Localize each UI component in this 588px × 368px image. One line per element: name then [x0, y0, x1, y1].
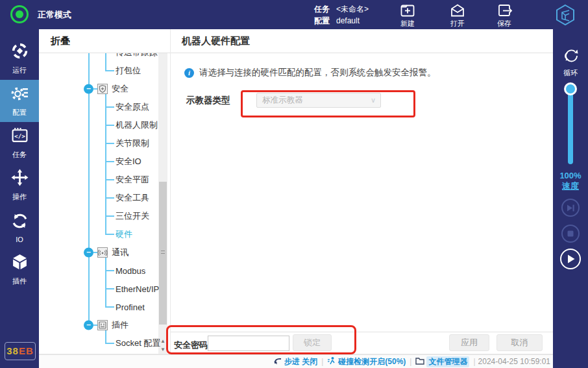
config-tree: ▲ ▼ 传送带跟踪打包位–安全安全原点机器人限制关节限制安全IO安全平面安全工具… [39, 53, 170, 354]
tree-scrollbar[interactable]: ▲ ▼ [158, 53, 167, 354]
nav-item-operate[interactable]: 操作 [0, 164, 39, 206]
collapse-toggle-icon[interactable]: – [84, 321, 93, 330]
nav-item-config[interactable]: 配置 [0, 80, 39, 122]
tree-item-安全IO[interactable]: 安全IO [39, 153, 157, 171]
info-icon: i [184, 68, 194, 78]
nav-item-task[interactable]: </> 任务 [0, 122, 39, 164]
open-button-label: 打开 [439, 19, 476, 29]
tree-item-插件[interactable]: –插件 [39, 316, 157, 334]
info-text: 请选择与连接的硬件匹配的配置，否则系统会触发安全报警。 [199, 67, 436, 79]
brand-cube-logo-icon [554, 3, 577, 29]
tree-item-关节限制[interactable]: 关节限制 [39, 134, 157, 153]
speed-slider-thumb[interactable] [564, 82, 577, 95]
pendant-type-value: 标准示教器 [262, 93, 303, 107]
tree-item-安全平面[interactable]: 安全平面 [39, 171, 157, 189]
safety-password-label: 安全密码 : [174, 339, 213, 351]
tree-item-Modbus[interactable]: Modbus [39, 262, 157, 280]
step-arrow-icon [273, 356, 282, 367]
tree-item-安全[interactable]: –安全 [39, 80, 157, 98]
save-button[interactable]: 保存 [485, 3, 523, 29]
move-arrows-icon [11, 169, 29, 189]
tree-item-硬件[interactable]: 硬件 [39, 225, 157, 243]
page-title: 机器人硬件配置 [182, 35, 250, 47]
tree-item-Socket 配置[interactable]: Socket 配置 [39, 334, 157, 352]
nav-item-io[interactable]: IO [0, 206, 39, 249]
open-envelope-icon [439, 3, 476, 18]
task-label: 任务 [314, 5, 330, 14]
collapse-toggle-icon[interactable]: – [84, 248, 93, 258]
tree-item-打包位[interactable]: 打包位 [39, 62, 157, 80]
new-button-label: 新建 [389, 19, 426, 29]
step-status[interactable]: 步进 关闭 [273, 356, 317, 367]
config-label: 配置 [314, 16, 330, 25]
code-window-icon: </> [11, 127, 29, 147]
task-config-block: 任务<未命名> 配置default [314, 3, 369, 27]
play-button[interactable] [560, 249, 581, 269]
cancel-button[interactable]: 取消 [496, 334, 543, 351]
hardware-config-panel: 机器人硬件配置 i 请选择与连接的硬件匹配的配置，否则系统会触发安全报警。 示教… [171, 29, 553, 354]
collapse-toggle-icon[interactable]: – [84, 84, 93, 94]
save-arrow-icon [485, 3, 523, 18]
chevron-down-icon: ∨ [371, 93, 376, 107]
task-value: <未命名> [336, 5, 369, 14]
folder-icon [415, 357, 424, 367]
file-manager-link[interactable]: 文件管理器 [415, 356, 469, 367]
tree-item-机器人限制[interactable]: 机器人限制 [39, 116, 157, 134]
top-bar: 正常模式 任务<未命名> 配置default 新建 打开 保存 [0, 0, 588, 29]
tree-item-安全工具[interactable]: 安全工具 [39, 189, 157, 207]
app-window: 正常模式 任务<未命名> 配置default 新建 打开 保存 运行 [0, 0, 588, 368]
pendant-type-row: 示教器类型 标准示教器 ∨ [186, 93, 381, 108]
nav-item-plugin[interactable]: 插件 [0, 249, 39, 291]
loop-icon [562, 47, 579, 67]
shield-icon [97, 84, 108, 94]
pendant-type-label: 示教器类型 [186, 95, 256, 106]
svg-text:</>: </> [14, 132, 25, 140]
info-row: i 请选择与连接的硬件匹配的配置，否则系统会触发安全报警。 [184, 67, 436, 79]
new-folder-plus-icon [389, 3, 426, 18]
status-bar: 步进 关闭 | 碰撞检测开启(50%) | 文件管理器 | 2024-04-25… [39, 354, 553, 368]
mode-status-light-icon [10, 5, 29, 23]
tree-item-clipped[interactable]: 传送带跟踪 [39, 53, 157, 62]
config-value: default [336, 16, 360, 25]
run-icon [11, 42, 29, 62]
datetime-label: 2024-04-25 10:59:01 [478, 357, 550, 366]
left-nav: 运行 配置 </> 任务 操作 IO 插件 38EB [0, 29, 39, 368]
tree-scrollbar-thumb[interactable] [159, 182, 167, 325]
stop-button[interactable] [561, 225, 580, 243]
tree-item-通讯[interactable]: –通讯 [39, 243, 157, 262]
error-code-badge[interactable]: 38EB [5, 342, 36, 360]
plugin-icon [97, 320, 108, 330]
tree-item-EtherNet/IP[interactable]: EtherNet/IP [39, 280, 157, 298]
tree-item-三位开关[interactable]: 三位开关 [39, 207, 157, 225]
step-forward-button[interactable] [561, 199, 580, 217]
speed-label[interactable]: 速度 [553, 180, 588, 192]
mode-label: 正常模式 [38, 0, 71, 29]
lock-button[interactable]: 锁定 [293, 334, 332, 351]
pendant-type-select[interactable]: 标准示教器 ∨ [256, 93, 381, 108]
speed-value: 100% [553, 171, 588, 180]
run-control-panel: 循环 100% 速度 [553, 29, 588, 368]
gear-icon [11, 84, 29, 104]
tree-item-安全原点[interactable]: 安全原点 [39, 98, 157, 116]
new-button[interactable]: 新建 [389, 3, 426, 29]
collision-status[interactable]: 碰撞检测开启(50%) [327, 356, 406, 367]
collapse-header[interactable]: 折叠 [39, 29, 170, 53]
nav-item-run[interactable]: 运行 [0, 38, 39, 80]
io-cycle-icon [11, 212, 29, 232]
safety-password-input[interactable] [208, 336, 289, 351]
save-button-label: 保存 [485, 19, 523, 29]
apply-button[interactable]: 应用 [449, 334, 489, 351]
cube-icon [11, 253, 29, 273]
speed-slider-track[interactable] [568, 89, 573, 164]
collision-icon [327, 356, 336, 367]
tree-item-Profinet[interactable]: Profinet [39, 298, 157, 316]
loop-label: 循环 [553, 68, 588, 78]
config-tree-panel: 折叠 ▲ ▼ 传送带跟踪打包位–安全安全原点机器人限制关节限制安全IO安全平面安… [39, 29, 170, 354]
open-button[interactable]: 打开 [439, 3, 476, 29]
comm-icon [97, 247, 108, 258]
